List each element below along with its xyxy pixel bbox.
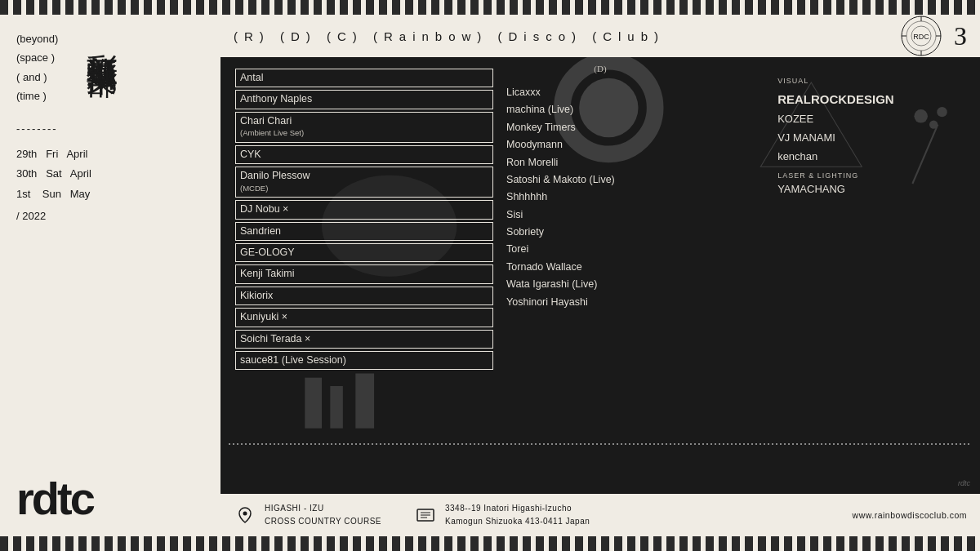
japanese-title: 彩虹迪斯可俱樂部 <box>82 29 120 42</box>
artist-monkey-timers: Monkey Timers <box>506 120 764 136</box>
header-logos: RDC З <box>900 15 967 57</box>
artist-sisi: Sisi <box>506 207 764 223</box>
location-icon <box>234 506 256 524</box>
visual-kenchan: kenchan <box>777 149 965 166</box>
artist-yoshinori-hayashi: Yoshinori Hayashi <box>506 295 764 310</box>
date-3: 1st Sun May <box>16 184 204 205</box>
footer-location-text: HIGASHI - IZUCROSS COUNTRY COURSE <box>265 502 381 528</box>
artist-kenji-takimi: Kenji Takimi <box>235 264 493 283</box>
address-icon <box>414 506 437 524</box>
visual-vj-manami: VJ MANAMI <box>777 130 965 147</box>
bottom-border <box>0 536 980 551</box>
lineup-left-col: Antal Anthony Naples Chari Chari (Ambien… <box>229 69 500 482</box>
artist-wata-igarashi: Wata Igarashi (Live) <box>506 277 764 292</box>
artist-torei: Torei <box>506 242 764 257</box>
lineup-right-col: VISUAL REALROCKDESIGN KOZEE VJ MANAMI ke… <box>771 69 972 482</box>
visual-realrockdesign: REALROCKDESIGN <box>777 90 965 109</box>
artist-chari-chari: Chari Chari (Ambient Live Set) <box>235 112 493 143</box>
visual-kozee: KOZEE <box>777 111 965 128</box>
subtitle-lines: (beyond) (space ) ( and ) (time ) <box>16 29 58 106</box>
watermark: rdtc <box>958 479 970 487</box>
footer-address-text: 3348--19 Inatori Higashi-IzuchoKamogun S… <box>445 502 590 528</box>
artist-satoshi-makoto: Satoshi & Makoto (Live) <box>506 172 764 188</box>
website-url: www.rainbowdiscoclub.com <box>853 510 967 520</box>
date-2: 30th Sat April <box>16 164 204 184</box>
top-border <box>0 0 980 15</box>
subtitle-line-2: (space ) <box>16 48 58 67</box>
artist-ron-morelli: Ron Morelli <box>506 155 764 171</box>
svg-point-19 <box>243 512 247 516</box>
lineup-section: Antal Anthony Naples Chari Chari (Ambien… <box>220 57 980 494</box>
artist-sandrien: Sandrien <box>235 222 493 241</box>
footer-address: 3348--19 Inatori Higashi-IzuchoKamogun S… <box>414 502 590 528</box>
lineup-mid-col: Licaxxx machina (Live) Monkey Timers Moo… <box>500 69 771 482</box>
left-sidebar: (beyond) (space ) ( and ) (time ) 彩虹迪斯可俱… <box>0 15 220 536</box>
artist-soichi-terada: Soichi Terada × <box>235 330 493 349</box>
artist-machina: machina (Live) <box>506 102 764 118</box>
artist-anthony-naples: Anthony Naples <box>235 90 493 109</box>
artist-kikiorix: Kikiorix <box>235 287 493 305</box>
year: / 2022 <box>16 210 204 222</box>
artist-dj-nobu: DJ Nobu × <box>235 200 493 219</box>
progress-bar <box>229 442 972 447</box>
artist-shhhh: Shhhhhh <box>506 189 764 205</box>
svg-text:RDC: RDC <box>913 33 929 41</box>
artist-cyk: CYK <box>235 145 493 164</box>
logo-z: З <box>954 21 967 51</box>
footer-website: www.rainbowdiscoclub.com <box>853 510 967 520</box>
subtitle-line-1: (beyond) <box>16 29 58 48</box>
dashes: -------- <box>16 122 204 135</box>
rdc-circle-logo: RDC <box>900 15 942 57</box>
artist-danilo-plessow: Danilo Plessow (MCDE) <box>235 167 493 198</box>
artist-ge-ology: GE-OLOGY <box>235 243 493 262</box>
footer: HIGASHI - IZUCROSS COUNTRY COURSE 3348--… <box>220 494 980 536</box>
subtitle-line-4: (time ) <box>16 87 58 105</box>
artist-moodymann: Moodymann <box>506 137 764 153</box>
date-1: 29th Fri April <box>16 144 204 165</box>
dates-section: 29th Fri April 30th Sat April 1st Sun Ma… <box>16 144 204 205</box>
artist-sauce81: sauce81 (Live Session) <box>235 351 493 370</box>
artist-sobriety: Sobriety <box>506 224 764 240</box>
laser-label: LASER & LIGHTING <box>777 171 965 180</box>
main-content: (R) (D) (C) (Rainbow) (Disco) (Club) RDC… <box>220 15 980 536</box>
subtitle-line-3: ( and ) <box>16 68 58 87</box>
artist-licaxxx: Licaxxx <box>506 85 764 100</box>
artist-tornado-wallace: Tornado Wallace <box>506 260 764 275</box>
header-title: (R) (D) (C) (Rainbow) (Disco) (Club) <box>234 29 665 43</box>
artist-kuniyuki: Kuniyuki × <box>235 308 493 327</box>
artist-antal: Antal <box>235 69 493 87</box>
footer-location: HIGASHI - IZUCROSS COUNTRY COURSE <box>234 502 381 528</box>
visual-label: VISUAL <box>777 77 965 85</box>
rdtc-logo: rdtc <box>16 476 204 522</box>
header: (R) (D) (C) (Rainbow) (Disco) (Club) RDC… <box>220 15 980 57</box>
laser-yamachang: YAMACHANG <box>777 181 965 198</box>
flyer-area: (D) Antal Anthony Naples Chari Chari (Am… <box>220 57 980 494</box>
